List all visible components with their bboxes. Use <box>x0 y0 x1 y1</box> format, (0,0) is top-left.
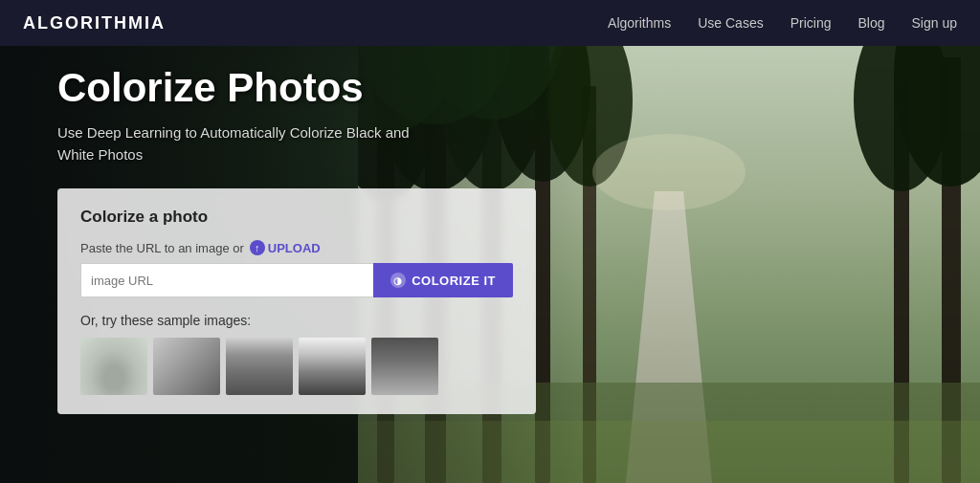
colorize-button[interactable]: ◑ COLORIZE IT <box>373 263 513 297</box>
nav-algorithms[interactable]: Algorithms <box>608 15 671 31</box>
sample-image-5[interactable] <box>371 338 438 395</box>
sample-image-1[interactable] <box>80 338 147 395</box>
logo[interactable]: ALGORITHMIA <box>23 13 166 33</box>
nav-blog[interactable]: Blog <box>858 15 884 31</box>
colorize-card: Colorize a photo Paste the URL to an ima… <box>57 188 536 414</box>
navbar: ALGORITHMIA Algorithms Use Cases Pricing… <box>0 0 980 46</box>
upload-label: Paste the URL to an image or ↑ UPLOAD <box>80 240 513 255</box>
nav-links: Algorithms Use Cases Pricing Blog Sign u… <box>608 15 957 31</box>
sample-image-3[interactable] <box>226 338 293 395</box>
hero-subtitle: Use Deep Learning to Automatically Color… <box>57 122 421 165</box>
sample-image-2[interactable] <box>153 338 220 395</box>
colorize-btn-icon: ◑ <box>390 273 406 288</box>
sample-images <box>80 338 513 395</box>
sample-image-4[interactable] <box>299 338 366 395</box>
nav-use-cases[interactable]: Use Cases <box>698 15 763 31</box>
samples-label: Or, try these sample images: <box>80 313 513 328</box>
card-title: Colorize a photo <box>80 208 513 227</box>
input-row: ◑ COLORIZE IT <box>80 263 513 297</box>
nav-pricing[interactable]: Pricing <box>791 15 832 31</box>
nav-signup[interactable]: Sign up <box>912 15 957 31</box>
page-title: Colorize Photos <box>57 65 536 111</box>
upload-icon: ↑ <box>250 240 265 255</box>
main-content: Colorize Photos Use Deep Learning to Aut… <box>57 65 536 414</box>
upload-link[interactable]: ↑ UPLOAD <box>250 240 321 255</box>
url-input[interactable] <box>80 263 373 297</box>
